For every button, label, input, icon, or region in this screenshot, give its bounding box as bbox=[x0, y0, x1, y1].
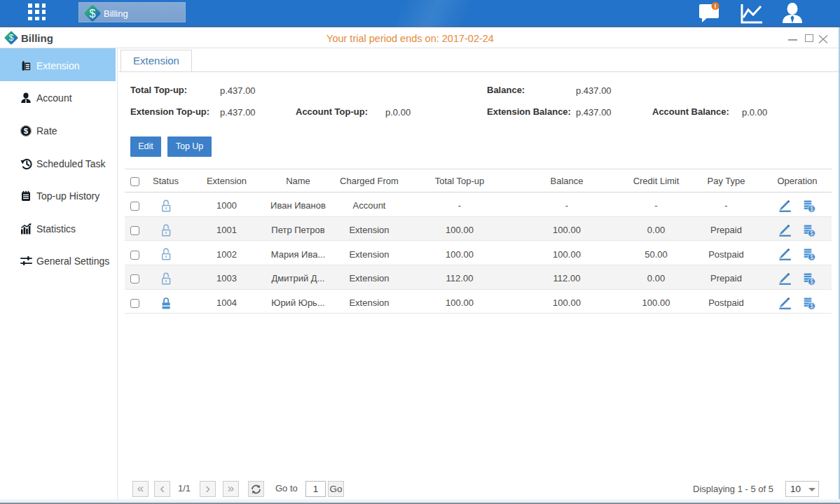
svg-text:$: $ bbox=[810, 278, 813, 285]
svg-text:$: $ bbox=[810, 230, 813, 237]
svg-text:$: $ bbox=[810, 254, 813, 261]
svg-text:$: $ bbox=[810, 205, 813, 212]
svg-text:$: $ bbox=[24, 127, 29, 135]
svg-text:$: $ bbox=[90, 8, 96, 20]
svg-text:$: $ bbox=[810, 302, 813, 309]
svg-text:!: ! bbox=[715, 3, 717, 10]
